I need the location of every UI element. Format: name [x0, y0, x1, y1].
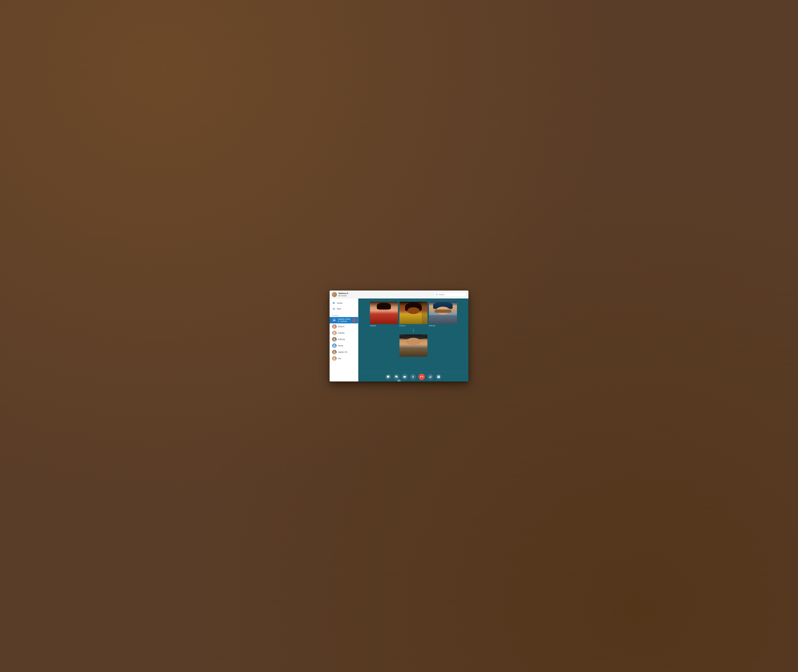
- decline-call-button[interactable]: 📞: [353, 318, 356, 322]
- isabella-avatar: [332, 331, 337, 335]
- mute-button[interactable]: [410, 374, 416, 380]
- contacts-section: Contacts Isabella, Emily K, Anthony 📞: [330, 314, 358, 381]
- video-grid: Isabella Emil: [358, 299, 468, 372]
- svg-rect-0: [429, 377, 429, 378]
- video-toggle-button[interactable]: [402, 374, 408, 380]
- nav-section: Home New: [330, 299, 358, 314]
- jayden-name: Jayden CK.: [338, 351, 348, 353]
- status-indicator: [338, 295, 340, 296]
- dot-1: [413, 329, 414, 330]
- video-row-top: Isabella Emil: [362, 302, 465, 326]
- video-feed-emily: [399, 302, 428, 324]
- user-info: Matthew D. Available: [338, 292, 349, 297]
- video-cell-emily: Emily K.: [399, 302, 428, 326]
- status-dot-isabella: [335, 334, 337, 335]
- video-row-bottom: [362, 334, 465, 357]
- svg-rect-2: [430, 376, 431, 378]
- status-dot-adrew: [335, 347, 337, 348]
- user-name: Matthew D.: [338, 292, 349, 294]
- status-label: Available: [340, 295, 347, 297]
- anthony-name: Anthony: [338, 338, 345, 341]
- title-bar: Matthew D. Available 🔍: [330, 291, 468, 299]
- video-feed-anthony: [429, 302, 457, 324]
- home-icon: [332, 301, 335, 304]
- contact-item-adrew[interactable]: Adrew: [330, 342, 358, 349]
- dot-3: [413, 331, 414, 332]
- control-bar: [358, 372, 468, 381]
- app-window: Matthew D. Available 🔍: [330, 291, 468, 381]
- ava-name: Ava: [338, 357, 341, 360]
- contact-item-group[interactable]: Isabella, Emily K, Anthony 📞: [330, 317, 358, 323]
- adrew-avatar: [332, 344, 337, 348]
- more-indicator: [362, 328, 465, 333]
- group-contact-name: Isabella, Emily K, Anthony: [338, 318, 351, 322]
- ava-avatar: [332, 356, 337, 361]
- isabella-name: Isabella: [338, 332, 345, 334]
- add-participant-button[interactable]: [436, 374, 441, 380]
- video-display-anthony: [429, 302, 457, 324]
- contact-item-jayden[interactable]: Jayden CK.: [330, 349, 358, 355]
- user-status-row: Available: [338, 295, 349, 297]
- messages-button[interactable]: [385, 374, 391, 380]
- emily-avatar: [332, 324, 337, 329]
- video-display-male: [399, 334, 428, 357]
- end-call-button[interactable]: [418, 374, 425, 380]
- video-feed-male: [399, 334, 428, 357]
- search-bar[interactable]: 🔍: [434, 293, 466, 297]
- home-label: Home: [337, 302, 343, 304]
- contact-item-emily[interactable]: Emily K.: [330, 323, 358, 330]
- svg-rect-1: [429, 376, 430, 378]
- status-dot-anthony: [335, 340, 337, 341]
- status-dot-jayden: [335, 353, 337, 354]
- add-contact-icon: [332, 307, 335, 310]
- video-cell-male: [399, 334, 428, 357]
- phone-icon: 📞: [353, 319, 355, 322]
- search-input[interactable]: [439, 294, 465, 296]
- new-label: New: [337, 307, 341, 310]
- group-avatar: [332, 318, 337, 322]
- status-dot-ava: [335, 359, 337, 360]
- jayden-avatar: [332, 350, 337, 354]
- video-label-anthony: Anthony: [429, 325, 457, 326]
- video-cell-anthony: Anthony: [429, 302, 457, 326]
- video-cell-isabella: Isabella: [370, 302, 398, 326]
- contacts-label: Contacts: [330, 314, 358, 317]
- video-feed-isabella: [370, 302, 398, 324]
- main-content: Home New Contacts: [330, 299, 468, 381]
- sidebar-item-new[interactable]: New: [330, 306, 358, 312]
- sidebar: Home New Contacts: [330, 299, 358, 381]
- emily-name: Emily K.: [338, 325, 345, 328]
- signal-button[interactable]: [428, 374, 433, 380]
- svg-rect-3: [431, 376, 431, 378]
- video-display-isabella: [370, 302, 398, 324]
- search-icon: 🔍: [436, 293, 438, 296]
- video-label-isabella: Isabella: [370, 325, 398, 326]
- contact-item-anthony[interactable]: Anthony: [330, 336, 358, 342]
- avatar: [332, 292, 337, 297]
- contact-item-ava[interactable]: Ava: [330, 355, 358, 362]
- video-label-emily: Emily K.: [399, 325, 428, 326]
- adrew-name: Adrew: [338, 345, 343, 347]
- video-display-emily: [399, 302, 428, 324]
- anthony-avatar: [332, 337, 337, 342]
- dot-2: [413, 330, 414, 331]
- chat-button[interactable]: [394, 374, 399, 380]
- contact-item-isabella[interactable]: Isabella: [330, 330, 358, 336]
- video-area: Isabella Emil: [358, 299, 468, 381]
- sidebar-item-home[interactable]: Home: [330, 300, 358, 306]
